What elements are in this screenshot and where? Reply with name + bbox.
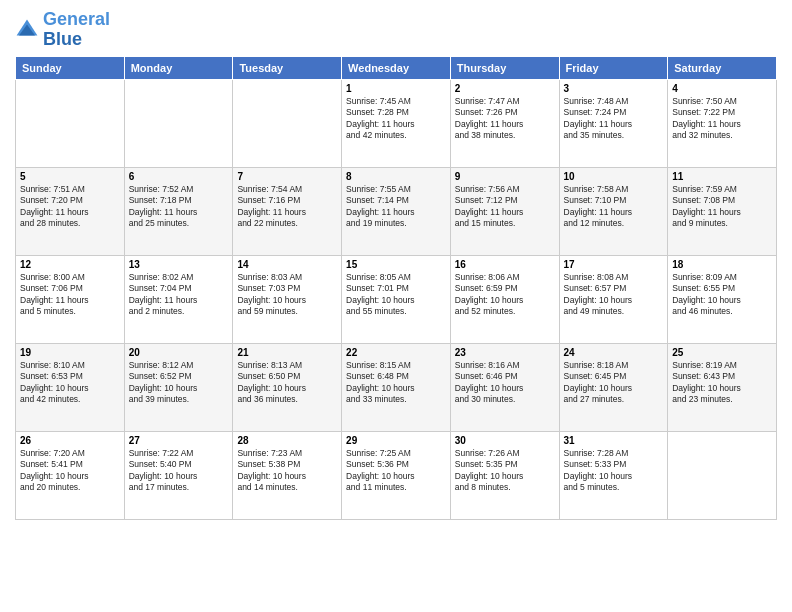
calendar-cell: 18Sunrise: 8:09 AMSunset: 6:55 PMDayligh…	[668, 255, 777, 343]
calendar-cell: 6Sunrise: 7:52 AMSunset: 7:18 PMDaylight…	[124, 167, 233, 255]
day-number: 3	[564, 83, 664, 94]
day-info: Sunrise: 8:16 AMSunset: 6:46 PMDaylight:…	[455, 360, 555, 406]
calendar-cell: 11Sunrise: 7:59 AMSunset: 7:08 PMDayligh…	[668, 167, 777, 255]
calendar-cell: 21Sunrise: 8:13 AMSunset: 6:50 PMDayligh…	[233, 343, 342, 431]
day-info: Sunrise: 7:45 AMSunset: 7:28 PMDaylight:…	[346, 96, 446, 142]
calendar-cell: 3Sunrise: 7:48 AMSunset: 7:24 PMDaylight…	[559, 79, 668, 167]
calendar-cell: 19Sunrise: 8:10 AMSunset: 6:53 PMDayligh…	[16, 343, 125, 431]
calendar-cell: 16Sunrise: 8:06 AMSunset: 6:59 PMDayligh…	[450, 255, 559, 343]
calendar-cell: 23Sunrise: 8:16 AMSunset: 6:46 PMDayligh…	[450, 343, 559, 431]
day-number: 10	[564, 171, 664, 182]
day-info: Sunrise: 7:28 AMSunset: 5:33 PMDaylight:…	[564, 448, 664, 494]
day-info: Sunrise: 7:23 AMSunset: 5:38 PMDaylight:…	[237, 448, 337, 494]
day-header-saturday: Saturday	[668, 56, 777, 79]
logo-text: General Blue	[43, 10, 110, 50]
calendar-cell: 28Sunrise: 7:23 AMSunset: 5:38 PMDayligh…	[233, 431, 342, 519]
calendar-cell	[124, 79, 233, 167]
day-number: 22	[346, 347, 446, 358]
day-info: Sunrise: 8:12 AMSunset: 6:52 PMDaylight:…	[129, 360, 229, 406]
calendar-cell: 10Sunrise: 7:58 AMSunset: 7:10 PMDayligh…	[559, 167, 668, 255]
day-header-wednesday: Wednesday	[342, 56, 451, 79]
day-header-tuesday: Tuesday	[233, 56, 342, 79]
calendar-cell: 7Sunrise: 7:54 AMSunset: 7:16 PMDaylight…	[233, 167, 342, 255]
day-header-monday: Monday	[124, 56, 233, 79]
week-row-4: 19Sunrise: 8:10 AMSunset: 6:53 PMDayligh…	[16, 343, 777, 431]
calendar-cell	[16, 79, 125, 167]
calendar-cell: 30Sunrise: 7:26 AMSunset: 5:35 PMDayligh…	[450, 431, 559, 519]
calendar-cell: 9Sunrise: 7:56 AMSunset: 7:12 PMDaylight…	[450, 167, 559, 255]
day-number: 6	[129, 171, 229, 182]
day-number: 29	[346, 435, 446, 446]
calendar-cell: 1Sunrise: 7:45 AMSunset: 7:28 PMDaylight…	[342, 79, 451, 167]
day-header-thursday: Thursday	[450, 56, 559, 79]
day-info: Sunrise: 7:59 AMSunset: 7:08 PMDaylight:…	[672, 184, 772, 230]
day-number: 20	[129, 347, 229, 358]
day-number: 26	[20, 435, 120, 446]
day-info: Sunrise: 7:50 AMSunset: 7:22 PMDaylight:…	[672, 96, 772, 142]
calendar-cell: 26Sunrise: 7:20 AMSunset: 5:41 PMDayligh…	[16, 431, 125, 519]
day-info: Sunrise: 7:22 AMSunset: 5:40 PMDaylight:…	[129, 448, 229, 494]
day-number: 11	[672, 171, 772, 182]
day-number: 17	[564, 259, 664, 270]
calendar-header-row: SundayMondayTuesdayWednesdayThursdayFrid…	[16, 56, 777, 79]
day-info: Sunrise: 7:52 AMSunset: 7:18 PMDaylight:…	[129, 184, 229, 230]
day-info: Sunrise: 7:58 AMSunset: 7:10 PMDaylight:…	[564, 184, 664, 230]
day-info: Sunrise: 8:08 AMSunset: 6:57 PMDaylight:…	[564, 272, 664, 318]
day-number: 31	[564, 435, 664, 446]
day-info: Sunrise: 8:06 AMSunset: 6:59 PMDaylight:…	[455, 272, 555, 318]
day-number: 7	[237, 171, 337, 182]
calendar-cell: 8Sunrise: 7:55 AMSunset: 7:14 PMDaylight…	[342, 167, 451, 255]
calendar-cell	[668, 431, 777, 519]
logo: General Blue	[15, 10, 110, 50]
calendar-cell: 22Sunrise: 8:15 AMSunset: 6:48 PMDayligh…	[342, 343, 451, 431]
day-info: Sunrise: 7:25 AMSunset: 5:36 PMDaylight:…	[346, 448, 446, 494]
day-number: 19	[20, 347, 120, 358]
day-info: Sunrise: 7:56 AMSunset: 7:12 PMDaylight:…	[455, 184, 555, 230]
calendar-cell: 15Sunrise: 8:05 AMSunset: 7:01 PMDayligh…	[342, 255, 451, 343]
day-info: Sunrise: 7:54 AMSunset: 7:16 PMDaylight:…	[237, 184, 337, 230]
day-info: Sunrise: 8:02 AMSunset: 7:04 PMDaylight:…	[129, 272, 229, 318]
day-info: Sunrise: 8:19 AMSunset: 6:43 PMDaylight:…	[672, 360, 772, 406]
day-number: 1	[346, 83, 446, 94]
day-info: Sunrise: 7:51 AMSunset: 7:20 PMDaylight:…	[20, 184, 120, 230]
calendar-table: SundayMondayTuesdayWednesdayThursdayFrid…	[15, 56, 777, 520]
header: General Blue	[15, 10, 777, 50]
day-info: Sunrise: 8:05 AMSunset: 7:01 PMDaylight:…	[346, 272, 446, 318]
day-number: 18	[672, 259, 772, 270]
day-number: 30	[455, 435, 555, 446]
day-number: 14	[237, 259, 337, 270]
week-row-2: 5Sunrise: 7:51 AMSunset: 7:20 PMDaylight…	[16, 167, 777, 255]
calendar-cell: 4Sunrise: 7:50 AMSunset: 7:22 PMDaylight…	[668, 79, 777, 167]
calendar-cell	[233, 79, 342, 167]
day-header-sunday: Sunday	[16, 56, 125, 79]
day-info: Sunrise: 7:20 AMSunset: 5:41 PMDaylight:…	[20, 448, 120, 494]
day-header-friday: Friday	[559, 56, 668, 79]
week-row-1: 1Sunrise: 7:45 AMSunset: 7:28 PMDaylight…	[16, 79, 777, 167]
day-info: Sunrise: 7:47 AMSunset: 7:26 PMDaylight:…	[455, 96, 555, 142]
day-info: Sunrise: 8:00 AMSunset: 7:06 PMDaylight:…	[20, 272, 120, 318]
calendar-cell: 5Sunrise: 7:51 AMSunset: 7:20 PMDaylight…	[16, 167, 125, 255]
day-info: Sunrise: 8:18 AMSunset: 6:45 PMDaylight:…	[564, 360, 664, 406]
calendar-cell: 27Sunrise: 7:22 AMSunset: 5:40 PMDayligh…	[124, 431, 233, 519]
day-number: 27	[129, 435, 229, 446]
week-row-3: 12Sunrise: 8:00 AMSunset: 7:06 PMDayligh…	[16, 255, 777, 343]
day-number: 15	[346, 259, 446, 270]
day-number: 9	[455, 171, 555, 182]
day-number: 28	[237, 435, 337, 446]
day-info: Sunrise: 8:15 AMSunset: 6:48 PMDaylight:…	[346, 360, 446, 406]
day-info: Sunrise: 7:55 AMSunset: 7:14 PMDaylight:…	[346, 184, 446, 230]
day-number: 8	[346, 171, 446, 182]
page: General Blue SundayMondayTuesdayWednesda…	[0, 0, 792, 612]
day-number: 2	[455, 83, 555, 94]
day-number: 5	[20, 171, 120, 182]
day-number: 24	[564, 347, 664, 358]
day-info: Sunrise: 7:26 AMSunset: 5:35 PMDaylight:…	[455, 448, 555, 494]
logo-icon	[15, 18, 39, 42]
day-number: 13	[129, 259, 229, 270]
calendar-cell: 24Sunrise: 8:18 AMSunset: 6:45 PMDayligh…	[559, 343, 668, 431]
day-number: 12	[20, 259, 120, 270]
calendar-cell: 20Sunrise: 8:12 AMSunset: 6:52 PMDayligh…	[124, 343, 233, 431]
day-info: Sunrise: 8:09 AMSunset: 6:55 PMDaylight:…	[672, 272, 772, 318]
day-number: 25	[672, 347, 772, 358]
day-number: 21	[237, 347, 337, 358]
